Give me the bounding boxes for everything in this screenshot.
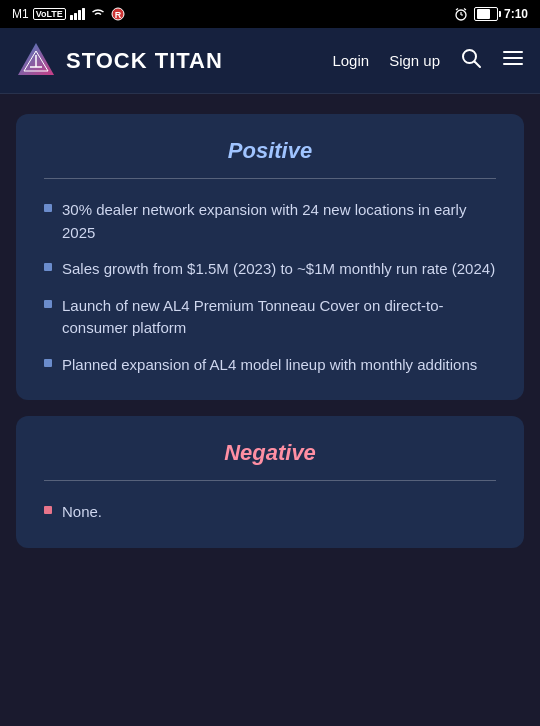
list-item: Sales growth from $1.5M (2023) to ~$1M m… <box>44 258 496 281</box>
alarm-icon <box>454 7 468 21</box>
search-icon[interactable] <box>460 47 482 74</box>
positive-divider <box>44 178 496 179</box>
svg-line-9 <box>456 9 458 11</box>
menu-icon[interactable] <box>502 47 524 74</box>
svg-text:R: R <box>115 10 122 20</box>
bullet-text: Launch of new AL4 Premium Tonneau Cover … <box>62 295 496 340</box>
navbar: STOCK TITAN Login Sign up <box>0 28 540 94</box>
list-item: Launch of new AL4 Premium Tonneau Cover … <box>44 295 496 340</box>
signup-link[interactable]: Sign up <box>389 52 440 69</box>
svg-rect-0 <box>70 15 73 20</box>
bullet-icon <box>44 359 52 367</box>
volte-badge: VoLTE <box>33 8 66 20</box>
logo-text: STOCK TITAN <box>66 48 223 74</box>
svg-rect-3 <box>82 8 85 20</box>
negative-title: Negative <box>44 440 496 466</box>
svg-line-16 <box>475 62 481 68</box>
battery-fill <box>477 9 491 19</box>
positive-card: Positive 30% dealer network expansion wi… <box>16 114 524 400</box>
svg-rect-2 <box>78 10 81 20</box>
list-item: None. <box>44 501 496 524</box>
list-item: Planned expansion of AL4 model lineup wi… <box>44 354 496 377</box>
extra-icon: R <box>110 7 126 21</box>
logo-icon <box>16 41 56 81</box>
positive-title: Positive <box>44 138 496 164</box>
time-label: 7:10 <box>504 7 528 21</box>
nav-links: Login Sign up <box>332 47 524 74</box>
positive-bullet-list: 30% dealer network expansion with 24 new… <box>44 199 496 376</box>
svg-rect-1 <box>74 13 77 20</box>
battery-icon <box>474 7 498 21</box>
battery-tip <box>499 11 501 17</box>
bullet-icon <box>44 204 52 212</box>
negative-divider <box>44 480 496 481</box>
bullet-text: Planned expansion of AL4 model lineup wi… <box>62 354 496 377</box>
negative-bullet-list: None. <box>44 501 496 524</box>
login-link[interactable]: Login <box>332 52 369 69</box>
status-left: M1 VoLTE R <box>12 7 126 21</box>
bullet-icon <box>44 506 52 514</box>
bullet-text: Sales growth from $1.5M (2023) to ~$1M m… <box>62 258 496 281</box>
negative-card: Negative None. <box>16 416 524 548</box>
logo-area: STOCK TITAN <box>16 41 332 81</box>
main-content: Positive 30% dealer network expansion wi… <box>0 94 540 568</box>
bullet-icon <box>44 263 52 271</box>
list-item: 30% dealer network expansion with 24 new… <box>44 199 496 244</box>
signal-icon <box>70 8 86 20</box>
status-right: 7:10 <box>454 7 528 21</box>
bullet-icon <box>44 300 52 308</box>
svg-line-10 <box>464 9 466 11</box>
bullet-text: 30% dealer network expansion with 24 new… <box>62 199 496 244</box>
status-bar: M1 VoLTE R 7:10 <box>0 0 540 28</box>
carrier-label: M1 <box>12 7 29 21</box>
bullet-text: None. <box>62 501 496 524</box>
wifi-icon <box>90 8 106 20</box>
